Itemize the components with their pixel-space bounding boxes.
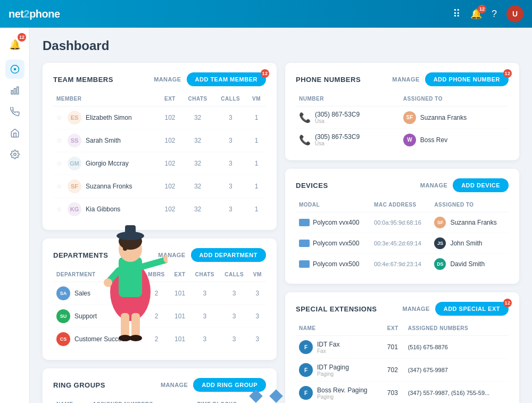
team-members-actions: MANAGE ADD TEAM MEMBER 12: [154, 72, 266, 86]
add-device-button[interactable]: ADD DEVICE: [453, 178, 509, 192]
table-row: Polycom vvx400 00:0a:95:9d:68:16 SF Suza…: [296, 212, 509, 233]
phone-icon: 📞: [299, 134, 311, 146]
col-chats: CHATS: [181, 94, 214, 106]
assigned-name: Boss Rev: [420, 136, 447, 144]
dept-ext: 101: [170, 328, 190, 351]
phone-sub: Usa: [315, 141, 360, 146]
add-special-ext-badge: 12: [503, 299, 512, 307]
phone-numbers-manage[interactable]: MANAGE: [392, 76, 419, 83]
ring-groups-manage[interactable]: MANAGE: [161, 382, 188, 388]
dept-name: Sales: [74, 290, 90, 297]
se-ext: 703: [384, 382, 405, 404]
devices-manage[interactable]: MANAGE: [420, 182, 447, 188]
star-icon[interactable]: ☆: [56, 205, 62, 213]
star-icon[interactable]: ☆: [56, 114, 62, 121]
dept-calls: 3: [220, 282, 249, 305]
sidebar-icon-dashboard[interactable]: [5, 60, 24, 79]
add-phone-number-button[interactable]: ADD PHONE NUMBER 12: [425, 72, 509, 86]
sidebar-icon-building[interactable]: [5, 124, 24, 143]
main-layout: 🔔 12 Dashboard TEAM MEMBER: [0, 28, 532, 403]
phone-numbers-header: PHONE NUMBERS MANAGE ADD PHONE NUMBER 12: [296, 72, 509, 86]
se-ext: 702: [384, 359, 405, 382]
dept-chats: 3: [190, 328, 220, 351]
page-title: Dashboard: [43, 38, 519, 53]
member-vm: 1: [247, 175, 266, 198]
dept-name: Support: [74, 312, 97, 320]
device-model-cell: Polycom vvx500: [296, 254, 371, 275]
dept-name: Customer Success: [74, 335, 128, 343]
se-numbers: (347) 675-9987: [405, 359, 509, 382]
member-chats: 32: [181, 106, 214, 129]
member-ext: 102: [159, 129, 181, 152]
dept-badge: SA: [56, 286, 70, 300]
dept-vm: 3: [249, 328, 266, 351]
team-members-manage[interactable]: MANAGE: [154, 76, 181, 83]
dept-cell: SA Sales: [53, 282, 143, 305]
table-row: ☆ GM Giorgio Mccray 102 32 3 1: [53, 152, 266, 175]
departments-manage[interactable]: MANAGE: [158, 252, 185, 258]
dept-ext: 101: [170, 305, 190, 328]
assigned-avatar: W: [403, 134, 416, 146]
member-cell: ☆ SF Suzanna Fronks: [53, 175, 159, 198]
se-col-ext: EXT: [384, 323, 405, 336]
se-name-cell: F IDT Paging Paging: [296, 359, 384, 382]
member-calls: 3: [214, 152, 247, 175]
add-phone-badge: 12: [503, 69, 512, 78]
dept-col-ext: EXT: [170, 269, 190, 282]
phone-icon: 📞: [299, 112, 311, 124]
star-icon[interactable]: ☆: [56, 160, 62, 167]
device-assigned-avatar: SF: [434, 217, 446, 228]
grid-menu-icon[interactable]: ⠿: [453, 7, 461, 20]
devices-table: MODAL MAC ADDRESS ASSIGNED TO Polycom vv…: [296, 200, 509, 274]
phone-number-cell: 📞 (305) 867-53C9 Usa: [296, 106, 400, 129]
svg-point-5: [13, 153, 16, 156]
star-icon[interactable]: ☆: [56, 137, 62, 144]
phone-number-cell: 📞 (305) 867-53C9 Usa: [296, 129, 400, 151]
phone-numbers-card: PHONE NUMBERS MANAGE ADD PHONE NUMBER 12: [285, 63, 519, 160]
team-members-title: TEAM MEMBERS: [53, 76, 113, 84]
sidebar-icon-settings[interactable]: [5, 145, 24, 164]
col-vm: VM: [247, 94, 266, 106]
topnav-actions: ⠿ 🔔 12 ? U: [453, 5, 523, 22]
add-team-member-button[interactable]: ADD TEAM MEMBER 12: [187, 72, 267, 86]
device-mac: 00:4e:67:9d:23:14: [371, 254, 431, 275]
member-ext: 102: [159, 175, 181, 198]
member-name: Elizabeth Simon: [86, 114, 132, 121]
add-department-button[interactable]: ADD DEPARTMENT: [191, 248, 266, 262]
ring-groups-table: NAME ASSIGNED NUMBERS TIME BLOCKS: [53, 399, 266, 403]
user-avatar[interactable]: U: [506, 5, 523, 22]
left-column: TEAM MEMBERS MANAGE ADD TEAM MEMBER 12: [43, 63, 277, 403]
notifications-icon[interactable]: 🔔 12: [470, 8, 482, 20]
special-extensions-header: SPECIAL EXTENSIONS MANAGE ADD SPECIAL EX…: [296, 302, 509, 316]
dept-chats: 3: [190, 282, 220, 305]
devices-header: DEVICES MANAGE ADD DEVICE: [296, 178, 509, 192]
dept-mbrs: 2: [143, 328, 170, 351]
app-logo[interactable]: net2phone: [9, 8, 60, 20]
add-special-ext-button[interactable]: ADD SPECIAL EXT 12: [435, 302, 509, 316]
departments-actions: MANAGE ADD DEPARTMENT: [158, 248, 266, 262]
sidebar-icon-analytics[interactable]: [5, 81, 24, 100]
table-row: ☆ KG Kia Gibbons 102 32 3 1: [53, 198, 266, 221]
member-vm: 1: [247, 152, 266, 175]
departments-header: DEPARTMENTS MANAGE ADD DEPARTMENT: [53, 248, 266, 262]
member-chats: 32: [181, 175, 214, 198]
dept-col-chats: CHATS: [190, 269, 220, 282]
dept-vm: 3: [249, 305, 266, 328]
ring-groups-actions: MANAGE ADD RING GROUP: [161, 378, 266, 392]
add-ring-group-button[interactable]: ADD RING GROUP: [193, 378, 266, 392]
sidebar-icon-calls[interactable]: [5, 102, 24, 121]
pn-col-assigned: ASSIGNED TO: [400, 94, 509, 106]
ext-badge: F: [299, 363, 313, 377]
se-name-cell: F Boss Rev. Paging Paging: [296, 382, 384, 404]
star-icon[interactable]: ☆: [56, 183, 62, 190]
table-row: CS Customer Success 2 101 3 3 3: [53, 328, 266, 351]
assigned-name: Suzanna Franks: [420, 114, 467, 121]
col-ext: EXT: [159, 94, 181, 106]
table-row: 📞 (305) 867-53C9 Usa SF Suzanna Franks: [296, 106, 509, 129]
phone-assigned-cell: SF Suzanna Franks: [400, 106, 509, 129]
help-icon[interactable]: ?: [492, 9, 497, 20]
device-mac: 00:3e:45:2d:69:14: [371, 233, 431, 254]
special-extensions-manage[interactable]: MANAGE: [402, 306, 429, 312]
table-row: SU Support 2 101 3 3 3: [53, 305, 266, 328]
table-row: ☆ SF Suzanna Fronks 102 32 3 1: [53, 175, 266, 198]
